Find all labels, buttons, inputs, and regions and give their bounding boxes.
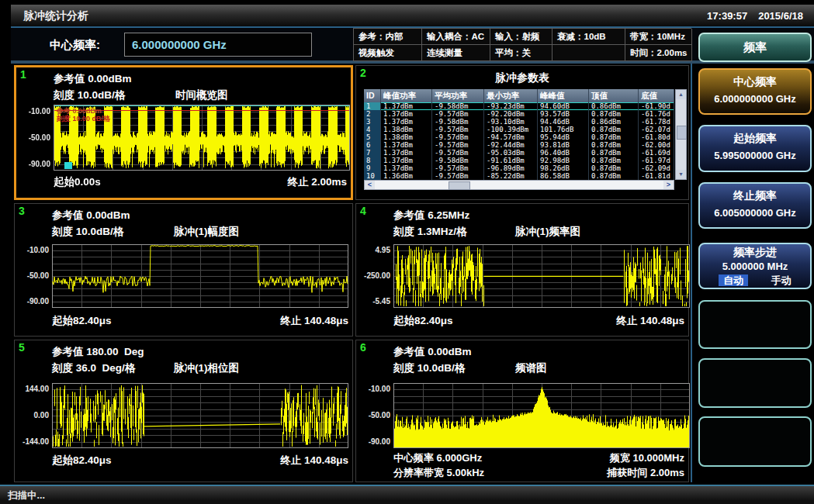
- table-row[interactable]: 21.37dBm-9.57dBm-92.20dBm93.57dB0.87dBm-…: [364, 110, 674, 118]
- scroll-up-icon[interactable]: ▲: [676, 90, 686, 99]
- table-cell: -61.76d: [639, 110, 674, 118]
- y-axis-tick: -90.00: [16, 160, 50, 168]
- table-cell: -93.10dBm: [484, 118, 538, 126]
- trace-title: 时间概览图: [175, 88, 228, 102]
- y-axis-tick: 0.00: [15, 411, 49, 419]
- pulse-frequency-plot: [393, 244, 690, 308]
- empty-softkey-1[interactable]: [698, 300, 812, 349]
- table-cell: 0.87dBm: [589, 172, 639, 180]
- table-cell: 10: [364, 172, 381, 180]
- table-cell: 0.87dBm: [589, 141, 639, 149]
- table-cell: 0.87dBm: [589, 133, 639, 141]
- reference-value-label: 参考值 6.25MHz: [393, 209, 469, 223]
- panel-pulse-phase[interactable]: 5 参考值 180.00 Deg 刻度 36.0 Deg/格 脉冲(1)相位图 …: [14, 340, 353, 482]
- table-cell: -92.44dBm: [484, 141, 538, 149]
- center-frequency-button[interactable]: 中心频率 6.000000000 GHz: [698, 68, 812, 115]
- header-band: 中心频率: 6.000000000 GHz 参考：内部 输入耦合：AC 输入：射…: [11, 28, 814, 64]
- auto-option[interactable]: 自动: [719, 274, 748, 286]
- center-frequency-input[interactable]: 6.000000000 GHz: [124, 33, 312, 57]
- trace-title: 脉冲(1)相位图: [174, 361, 239, 375]
- trigger-marker: [64, 162, 72, 169]
- table-cell: -9.57dBm: [432, 172, 484, 180]
- table-cell: 0.87dBm: [589, 157, 639, 164]
- table-row[interactable]: 41.38dBm-9.57dBm-100.39dBm101.76dB0.87dB…: [364, 126, 674, 133]
- reference-value-label: 参考值 0.00dBm: [393, 345, 472, 359]
- table-cell: 0.87dBm: [589, 149, 639, 157]
- table-cell: 101.76dB: [538, 126, 589, 133]
- scale-label: 刻度 1.3MHz/格: [393, 225, 467, 239]
- table-cell: 92.98dB: [538, 157, 589, 164]
- table-row[interactable]: 51.38dBm-9.57dBm-94.57dBm95.94dB0.87dBm-…: [364, 133, 674, 141]
- panel-spectrum[interactable]: 6 参考值 0.00dBm 刻度 10.0dB/格 频谱图 中心频率 6.000…: [355, 340, 689, 482]
- menu-title-frequency[interactable]: 频率: [698, 33, 812, 62]
- table-cell: 1.37dBm: [381, 118, 432, 126]
- table-cell: -100.39dBm: [484, 126, 538, 133]
- start-frequency-button[interactable]: 起始频率 5.995000000 GHz: [698, 125, 812, 172]
- y-axis-tick: -50.00: [15, 271, 49, 280]
- button-label: 起始频率: [700, 132, 810, 146]
- trace-title: 脉冲(1)频率图: [515, 225, 580, 239]
- table-cell: -61.97d: [639, 157, 674, 164]
- table-cell: -9.57dBm: [432, 133, 484, 141]
- spectrum-rbw: 分辨率带宽 5.00kHz: [393, 466, 484, 480]
- panel-time-overview[interactable]: 1 参考值 0.00dBm 刻度 10.0dB/格 时间概览图 参考 0.00d…: [14, 65, 353, 200]
- table-row[interactable]: 101.36dBm-9.57dBm-85.22dBm86.58dB0.87dBm…: [364, 172, 674, 180]
- table-cell: -61.90d: [639, 102, 674, 110]
- table-wrap: ID峰值功率平均功率最小功率峰峰值顶值底值11.37dBm-9.58dBm-93…: [364, 89, 687, 190]
- table-cell: 1.37dBm: [381, 141, 432, 149]
- panel-pulse-table[interactable]: 2 脉冲参数表 ID峰值功率平均功率最小功率峰峰值顶值底值11.37dBm-9.…: [355, 65, 689, 200]
- panel-pulse-amplitude[interactable]: 3 参考值 0.00dBm 刻度 10.0dB/格 脉冲(1)幅度图 起始82.…: [14, 203, 353, 337]
- table-cell: -61.80d: [639, 133, 674, 141]
- table-cell: 3: [364, 118, 381, 126]
- empty-softkey-3[interactable]: [698, 416, 812, 467]
- table-row[interactable]: 11.37dBm-9.58dBm-93.23dBm94.60dB0.86dBm-…: [364, 102, 674, 110]
- table-header-cell: 顶值: [589, 89, 639, 102]
- app-title: 脉冲统计分析: [23, 9, 88, 23]
- table-cell: 8: [364, 157, 381, 164]
- status-time: 时间：2.00ms: [625, 45, 692, 61]
- scroll-left-icon[interactable]: <: [365, 181, 375, 189]
- table-cell: -62.00d: [639, 141, 674, 149]
- table-cell: 1.37dBm: [381, 149, 432, 157]
- button-value: 6.005000000 GHz: [700, 207, 810, 219]
- table-cell: 1.38dBm: [381, 133, 432, 141]
- table-header-cell: 底值: [639, 89, 674, 102]
- frequency-step-button[interactable]: 频率步进 5.000000 MHz 自动 手动: [698, 243, 812, 289]
- vertical-scroll-thumb[interactable]: [677, 126, 687, 140]
- button-value: 6.000000000 GHz: [700, 93, 810, 105]
- horizontal-scrollbar[interactable]: < >: [364, 180, 674, 190]
- y-axis-tick: -5.45: [356, 297, 390, 306]
- y-axis-tick: -50.00: [356, 411, 390, 419]
- table-row[interactable]: 61.37dBm-9.57dBm-92.44dBm93.81dB0.87dBm-…: [364, 141, 674, 149]
- status-trigger: 视频触发: [354, 45, 422, 61]
- spectrum-span: 频宽 10.000MHz: [610, 451, 684, 465]
- table-row[interactable]: 91.37dBm-9.57dBm-96.89dBm98.26dB0.87dBm-…: [364, 164, 674, 172]
- table-cell: 96.40dB: [538, 149, 589, 157]
- scroll-right-icon[interactable]: >: [663, 181, 674, 189]
- status-bar: 扫描中...: [0, 485, 814, 504]
- table-cell: 1.38dBm: [381, 126, 432, 133]
- table-cell: 98.26dB: [538, 164, 589, 172]
- panel-pulse-frequency[interactable]: 4 参考值 6.25MHz 刻度 1.3MHz/格 脉冲(1)频率图 起始82.…: [355, 203, 689, 337]
- table-cell: -95.03dBm: [484, 149, 538, 157]
- table-cell: -9.57dBm: [432, 149, 484, 157]
- stop-frequency-button[interactable]: 终止频率 6.005000000 GHz: [698, 182, 812, 229]
- button-value: 5.995000000 GHz: [700, 150, 810, 161]
- status-average: 平均：关: [490, 45, 552, 61]
- table-title: 脉冲参数表: [356, 71, 688, 85]
- manual-option[interactable]: 手动: [771, 274, 791, 286]
- status-grid: 参考：内部 输入耦合：AC 输入：射频 衰减：10dB 带宽：10MHz 视频触…: [353, 28, 691, 61]
- vertical-scrollbar[interactable]: ▲ ▼: [675, 89, 687, 180]
- table-cell: 6: [364, 141, 381, 149]
- table-row[interactable]: 81.37dBm-9.58dBm-91.61dBm92.98dB0.87dBm-…: [364, 157, 674, 164]
- empty-softkey-2[interactable]: [698, 358, 812, 408]
- table-row[interactable]: 31.37dBm-9.58dBm-93.10dBm94.46dB0.86dBm-…: [364, 118, 674, 126]
- scale-label: 刻度 36.0 Deg/格: [52, 361, 135, 375]
- table-cell: -9.57dBm: [432, 164, 484, 172]
- horizontal-scroll-thumb[interactable]: [449, 181, 470, 190]
- pulse-parameter-table[interactable]: ID峰值功率平均功率最小功率峰峰值顶值底值11.37dBm-9.58dBm-93…: [364, 89, 674, 180]
- table-row[interactable]: 71.37dBm-9.57dBm-95.03dBm96.40dB0.87dBm-…: [364, 149, 674, 157]
- scroll-down-icon[interactable]: ▼: [676, 170, 686, 179]
- status-input: 输入：射频: [490, 29, 552, 45]
- table-cell: 1.36dBm: [381, 172, 432, 180]
